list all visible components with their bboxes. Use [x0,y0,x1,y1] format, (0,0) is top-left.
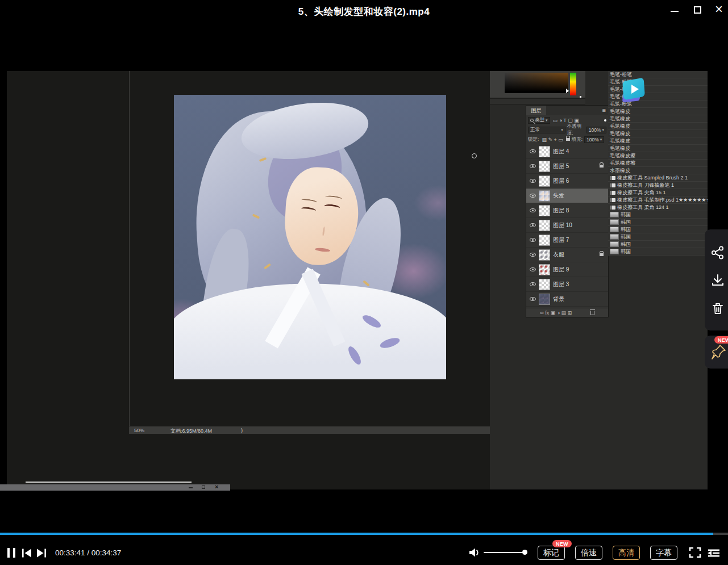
visibility-eye-icon[interactable] [530,194,536,198]
playlist-icon[interactable] [706,549,720,558]
subtitle-button[interactable]: 字幕 [650,546,677,560]
layer-thumbnail[interactable] [539,161,550,172]
visibility-eye-icon[interactable] [530,179,536,183]
previous-button[interactable] [22,549,32,558]
visibility-eye-icon[interactable] [530,164,536,168]
progress-bar[interactable] [0,533,728,535]
maximize-button[interactable] [694,6,701,14]
visibility-eye-icon[interactable] [530,208,536,212]
tool-preset-row[interactable]: 韩国 [608,248,708,256]
delete-layer-icon[interactable] [590,311,594,315]
layer-row[interactable]: 图层 7 [526,233,608,248]
tool-preset-row[interactable]: 毛笔橡皮擦 [608,160,708,167]
brush-cursor [472,153,477,158]
visibility-eye-icon[interactable] [530,267,536,271]
tool-preset-row[interactable]: 橡皮擦工具 柔角 124 1 [608,204,708,211]
tool-preset-row[interactable]: 橡皮擦工具 刀锋抽象笔 1 [608,182,708,189]
color-saturation-field[interactable] [505,73,568,93]
zoom-level[interactable]: 50% [134,428,144,433]
pin-icon[interactable] [711,344,726,359]
layers-tab[interactable]: 图层 [526,106,546,115]
layer-row[interactable]: 背景 [526,292,608,307]
hue-slider[interactable] [570,73,576,95]
visibility-eye-icon[interactable] [530,149,536,153]
next-button[interactable] [36,549,47,558]
layer-thumbnail[interactable] [539,205,550,216]
mark-button[interactable]: 标记 [538,546,565,560]
visibility-eye-icon[interactable] [530,282,536,286]
pause-button[interactable] [7,548,10,558]
tool-preset-row[interactable]: 毛笔橡皮 [608,115,708,123]
trash-icon[interactable] [710,301,725,316]
visibility-eye-icon[interactable] [530,238,536,242]
volume-knob[interactable] [522,550,527,555]
lock-option-icons[interactable]: ▨ ✎ + ▭ [542,137,563,143]
mark-new-badge: NEW [552,540,572,547]
minimize-button[interactable] [671,11,679,12]
opacity-dropdown[interactable]: 100% ▾ [586,127,606,133]
tool-preset-row[interactable]: 韩国 [608,211,708,219]
layer-row[interactable]: 图层 4 [526,144,608,159]
tool-preset-row[interactable]: 韩国 [608,219,708,226]
close-button[interactable]: × [715,1,723,17]
tool-preset-row[interactable]: 毛笔橡皮 [608,123,708,130]
volume-slider[interactable] [484,552,526,553]
volume-icon[interactable] [468,547,481,558]
visibility-eye-icon[interactable] [530,223,536,227]
recorder-play-logo [619,78,648,106]
blend-mode-dropdown[interactable]: 正常 ▾ [528,127,565,133]
tool-preset-row[interactable]: 韩国 [608,241,708,248]
tool-preset-row[interactable]: 毛笔橡皮 [608,145,708,152]
layer-row[interactable]: 图层 6 [526,174,608,189]
layer-thumbnail[interactable] [539,264,550,275]
video-title: 5、头绘制发型和妆容(2).mp4 [0,5,728,18]
tool-preset-row[interactable]: 毛笔橡皮擦 [608,152,708,160]
layer-thumbnail[interactable] [539,294,550,305]
layer-thumbnail[interactable] [539,146,550,157]
layer-thumbnail[interactable] [539,279,550,290]
video-frame[interactable]: 50% 文档:6.95M/80.4M ) 图层 ≡ [7,71,708,489]
pause-button[interactable] [13,548,15,558]
filter-kind-icons[interactable]: ▭ ◑ T ▢ ▣ [553,118,579,123]
layer-row[interactable]: 衣服 [526,248,608,262]
tool-preset-row[interactable]: 韩国 [608,226,708,233]
layer-row[interactable]: 图层 5 [526,159,608,174]
fullscreen-icon[interactable] [689,547,701,558]
fill-dropdown[interactable]: 100% ▾ [584,136,604,143]
maximize-icon[interactable] [202,486,205,489]
lock-all-icon[interactable] [566,138,570,141]
hue-marker-icon[interactable] [566,89,569,93]
visibility-eye-icon[interactable] [530,297,536,301]
share-icon[interactable] [710,245,725,260]
tool-preset-row[interactable]: 毛笔橡皮 [608,137,708,145]
minimize-icon[interactable] [189,487,193,488]
tool-preset-row[interactable]: 橡皮擦工具 Sampled Brush 2 1 [608,174,708,182]
layer-row[interactable]: 图层 10 [526,218,608,233]
layer-thumbnail[interactable] [539,235,550,246]
visibility-eye-icon[interactable] [530,253,536,257]
layer-thumbnail[interactable] [539,249,550,261]
panel-menu-icon[interactable]: ≡ [602,107,606,114]
tool-preset-row[interactable]: 橡皮擦工具 尖角 15 1 [608,189,708,196]
filter-toggle-dot[interactable] [604,119,606,122]
tool-preset-row[interactable]: 韩国 [608,233,708,241]
layer-row[interactable]: 图层 9 [526,262,608,277]
filter-type-dropdown[interactable]: 类型 ▾ [528,117,550,124]
layer-row[interactable]: 头发 [526,189,608,203]
layer-thumbnail[interactable] [539,190,550,202]
layer-row[interactable]: 图层 3 [526,277,608,292]
layer-row[interactable]: 图层 8 [526,203,608,218]
tool-preset-row[interactable]: 水墨橡皮 [608,167,708,174]
layer-thumbnail[interactable] [539,175,550,187]
layer-thumbnail[interactable] [539,220,550,231]
speed-button[interactable]: 倍速 [575,546,602,560]
close-icon[interactable]: × [215,483,218,490]
tool-preset-row[interactable]: 毛笔橡皮 [608,130,708,137]
tool-preset-row[interactable]: 橡皮擦工具 毛笔制作.psd 1★★★★★★★★★ [608,196,708,204]
preset-thumbnail [610,249,619,254]
download-icon[interactable] [710,273,725,288]
tool-preset-row[interactable]: 毛笔橡皮 [608,108,708,115]
preset-label: 韩国 [621,233,631,241]
layers-toolbar-icons[interactable]: ∞ fx ▣ ◑ ▤ ⊞ [540,310,572,316]
quality-button[interactable]: 高清 [613,546,640,560]
